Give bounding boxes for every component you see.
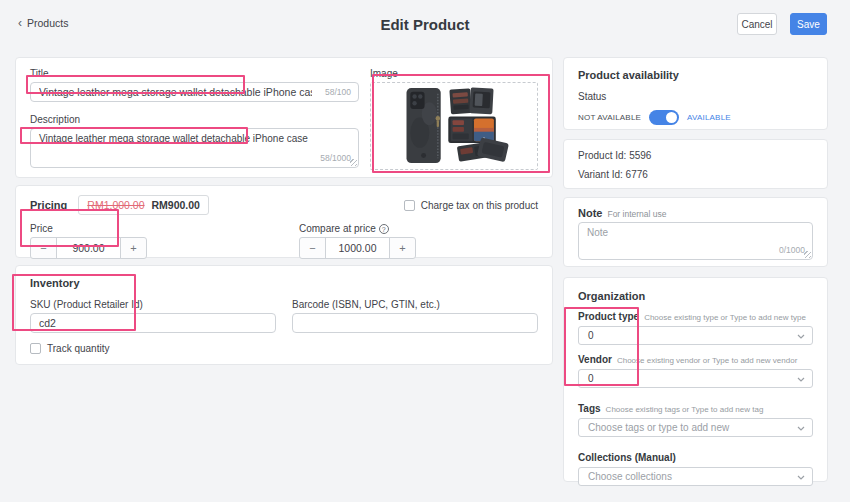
vendor-hint: Choose existing vendor or Type to add ne… (617, 356, 797, 365)
track-quantity-checkbox[interactable] (30, 343, 41, 354)
status-off-label: NOT AVAILABLE (578, 113, 641, 122)
charge-tax-checkbox-row[interactable]: Charge tax on this product (404, 200, 538, 211)
product-type-hint: Choose existing type or Type to add new … (644, 313, 806, 322)
tags-field: Tags Choose existing tags or Type to add… (578, 403, 813, 414)
vendor-label: Vendor (578, 354, 612, 365)
current-price: RM900.00 (152, 199, 200, 211)
status-on-label: AVAILABLE (687, 113, 731, 122)
image-column: Image (370, 68, 538, 167)
ids-card: Product Id: 5596 Variant Id: 6776 (563, 139, 828, 189)
barcode-field: Barcode (ISBN, UPC, GTIN, etc.) (292, 299, 538, 333)
availability-heading: Product availability (578, 69, 813, 81)
cancel-button[interactable]: Cancel (737, 13, 777, 35)
title-counter: 58/100 (325, 87, 351, 97)
inventory-card: Inventory SKU (Product Retailer Id) Barc… (15, 265, 553, 365)
note-counter: 0/1000 (779, 245, 805, 255)
pricing-heading: Pricing (30, 199, 67, 211)
note-subheading: For internal use (607, 209, 666, 219)
title-input-wrap: 58/100 (30, 82, 359, 102)
chevron-down-icon (797, 426, 805, 431)
note-heading: Note (578, 207, 602, 219)
compare-at-price-input[interactable] (325, 237, 390, 259)
product-type-label: Product type (578, 311, 639, 322)
compare-at-price-stepper: − + (299, 237, 416, 259)
old-price: RM1,000.00 (87, 199, 144, 211)
product-type-field: Product type Choose existing type or Typ… (578, 311, 813, 322)
pricing-card: Pricing RM1,000.00 RM900.00 Charge tax o… (15, 185, 553, 258)
note-textarea[interactable] (578, 222, 813, 260)
description-textarea[interactable]: Vintage leather mega storage wallet deta… (30, 128, 359, 168)
sku-label: SKU (Product Retailer Id) (30, 299, 276, 310)
price-input[interactable] (56, 237, 121, 259)
price-decrement-button[interactable]: − (30, 237, 57, 259)
organization-heading: Organization (578, 290, 813, 302)
variant-id: Variant Id: 6776 (578, 169, 813, 180)
tags-label: Tags (578, 403, 601, 414)
compare-at-price-field: Compare at price? − + (299, 223, 416, 259)
collections-label: Collections (Manual) (578, 452, 676, 463)
chevron-down-icon (797, 334, 805, 339)
price-label: Price (30, 223, 147, 234)
sku-input[interactable] (30, 313, 276, 333)
title-label: Title (30, 68, 359, 79)
track-quantity-label: Track quantity (47, 343, 109, 354)
organization-card: Organization Product type Choose existin… (563, 277, 828, 482)
image-label: Image (370, 68, 538, 79)
collections-field: Collections (Manual) (578, 452, 813, 463)
product-id: Product Id: 5596 (578, 150, 813, 161)
collections-select[interactable]: Choose collections (578, 467, 813, 486)
note-input-wrap: 0/1000 (578, 222, 813, 260)
track-quantity-row[interactable]: Track quantity (30, 343, 538, 354)
compare-decrement-button[interactable]: − (299, 237, 326, 259)
charge-tax-label: Charge tax on this product (421, 200, 538, 211)
vendor-select[interactable]: 0 (578, 369, 813, 388)
product-image (378, 85, 530, 167)
price-summary-badge: RM1,000.00 RM900.00 (78, 195, 209, 215)
inventory-heading: Inventory (30, 277, 538, 289)
description-counter: 58/1000 (320, 153, 351, 163)
description-label: Description (30, 114, 359, 125)
edit-product-page: ‹ Products Edit Product Cancel Save Titl… (0, 0, 850, 502)
price-field: Price − + (30, 223, 147, 259)
image-drop-area[interactable] (370, 82, 538, 170)
charge-tax-checkbox[interactable] (404, 200, 415, 211)
note-card: Note For internal use 0/1000 (563, 197, 828, 267)
product-details-card: Title 58/100 Description Vintage leather… (15, 57, 553, 178)
product-type-select[interactable]: 0 (578, 326, 813, 345)
status-label: Status (578, 91, 813, 102)
resize-handle-icon[interactable] (350, 159, 357, 166)
toggle-knob (666, 112, 677, 123)
barcode-label: Barcode (ISBN, UPC, GTIN, etc.) (292, 299, 538, 310)
tags-select[interactable]: Choose tags or type to add new (578, 418, 813, 437)
resize-handle-icon[interactable] (804, 251, 811, 258)
title-input[interactable] (30, 82, 359, 102)
vendor-field: Vendor Choose existing vendor or Type to… (578, 354, 813, 365)
price-increment-button[interactable]: + (120, 237, 147, 259)
save-button[interactable]: Save (790, 13, 827, 35)
availability-toggle[interactable] (649, 110, 679, 125)
compare-increment-button[interactable]: + (389, 237, 416, 259)
barcode-input[interactable] (292, 313, 538, 333)
title-description-column: Title 58/100 Description Vintage leather… (30, 68, 359, 167)
sku-field: SKU (Product Retailer Id) (30, 299, 276, 333)
page-title: Edit Product (0, 16, 850, 33)
chevron-down-icon (797, 377, 805, 382)
compare-at-price-label: Compare at price? (299, 223, 416, 234)
info-icon: ? (379, 224, 389, 234)
price-stepper: − + (30, 237, 147, 259)
description-input-wrap: Vintage leather mega storage wallet deta… (30, 128, 359, 168)
availability-card: Product availability Status NOT AVAILABL… (563, 57, 828, 130)
tags-hint: Choose existing tags or Type to add new … (606, 405, 764, 414)
chevron-down-icon (797, 475, 805, 480)
